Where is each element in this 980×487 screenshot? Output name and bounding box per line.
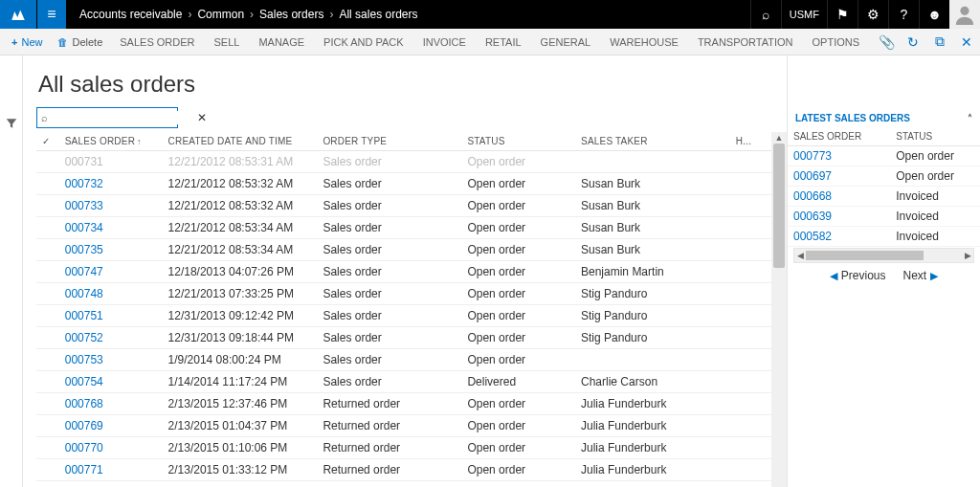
row-select-cell[interactable] — [36, 481, 59, 488]
breadcrumb-item[interactable]: Accounts receivable — [76, 8, 186, 21]
row-select-cell[interactable] — [36, 217, 59, 239]
list-item[interactable]: 000582Invoiced — [788, 227, 980, 247]
scrollbar-thumb[interactable] — [773, 144, 785, 268]
col-sales-taker[interactable]: SALES TAKER — [575, 132, 730, 151]
table-row[interactable]: 00073512/21/2012 08:53:34 AMSales orderO… — [36, 239, 771, 261]
sales-order-link[interactable]: 000768 — [59, 393, 163, 415]
sales-order-link[interactable]: 000733 — [59, 195, 163, 217]
row-select-cell[interactable] — [36, 327, 59, 349]
action-tab-invoice[interactable]: INVOICE — [413, 29, 476, 55]
table-row[interactable]: 0007702/13/2015 01:10:06 PMReturned orde… — [36, 437, 771, 459]
row-select-cell[interactable] — [36, 371, 59, 393]
filter-pane-button[interactable] — [5, 117, 18, 133]
table-row[interactable]: 0007712/13/2015 01:33:12 PMReturned orde… — [36, 459, 771, 481]
col-sales-order[interactable]: SALES ORDER — [59, 132, 163, 151]
breadcrumb-item[interactable]: Common — [193, 8, 248, 21]
row-select-cell[interactable] — [36, 261, 59, 283]
search-button[interactable]: ⌕ — [750, 0, 781, 29]
breadcrumb-item[interactable]: All sales orders — [335, 8, 421, 21]
col-created[interactable]: CREATED DATE AND TIME — [163, 132, 318, 151]
nav-menu-button[interactable]: ≡ — [37, 0, 66, 29]
sales-order-link[interactable]: 000772 — [59, 481, 163, 488]
action-tab-pick-and-pack[interactable]: PICK AND PACK — [314, 29, 413, 55]
sp-next-button[interactable]: Next▶ — [903, 269, 939, 282]
sp-order-link[interactable]: 000697 — [788, 166, 890, 187]
new-button[interactable]: +New — [4, 29, 50, 55]
flag-button[interactable]: ⚑ — [827, 0, 858, 29]
attach-button[interactable]: 📎 — [873, 29, 900, 55]
sp-col-status[interactable]: STATUS — [890, 127, 980, 146]
row-select-cell[interactable] — [36, 283, 59, 305]
row-select-cell[interactable] — [36, 393, 59, 415]
table-row[interactable]: 00073312/21/2012 08:53:32 AMSales orderO… — [36, 195, 771, 217]
action-tab-transportation[interactable]: TRANSPORTATION — [688, 29, 803, 55]
sidepanel-header[interactable]: LATEST SALES ORDERS ˄ — [788, 109, 980, 127]
user-avatar[interactable] — [949, 0, 980, 29]
row-select-cell[interactable] — [36, 239, 59, 261]
sales-order-link[interactable]: 000752 — [59, 327, 163, 349]
breadcrumb-item[interactable]: Sales orders — [256, 8, 327, 21]
sales-order-link[interactable]: 000732 — [59, 173, 163, 195]
sales-order-link[interactable]: 000769 — [59, 415, 163, 437]
sales-order-link[interactable]: 000751 — [59, 305, 163, 327]
grid-scrollbar[interactable]: ▲ ▼ — [771, 132, 787, 487]
col-status[interactable]: STATUS — [461, 132, 575, 151]
table-row[interactable]: 0007722/13/2015 01:36:04 PMReturned orde… — [36, 481, 771, 488]
app-logo[interactable] — [0, 0, 36, 29]
sales-order-link[interactable]: 000753 — [59, 349, 163, 371]
list-item[interactable]: 000668Invoiced — [788, 187, 980, 207]
select-all-column[interactable]: ✓ — [36, 132, 59, 151]
scrollbar-thumb[interactable] — [806, 251, 924, 260]
row-select-cell[interactable] — [36, 415, 59, 437]
row-select-cell[interactable] — [36, 437, 59, 459]
table-row[interactable]: 00073412/21/2012 08:53:34 AMSales orderO… — [36, 217, 771, 239]
sales-order-link[interactable]: 000735 — [59, 239, 163, 261]
sales-order-link[interactable]: 000734 — [59, 217, 163, 239]
table-row[interactable]: 0007531/9/2014 08:00:24 PMSales orderOpe… — [36, 349, 771, 371]
close-button[interactable]: ✕ — [953, 29, 980, 55]
sales-order-link[interactable]: 000771 — [59, 459, 163, 481]
sp-order-link[interactable]: 000668 — [788, 187, 890, 207]
row-select-cell[interactable] — [36, 195, 59, 217]
sales-order-link[interactable]: 000748 — [59, 283, 163, 305]
action-tab-sales-order[interactable]: SALES ORDER — [110, 29, 204, 55]
refresh-button[interactable]: ↻ — [900, 29, 926, 55]
action-tab-options[interactable]: OPTIONS — [803, 29, 870, 55]
action-tab-manage[interactable]: MANAGE — [249, 29, 314, 55]
table-row[interactable]: 00075212/31/2013 09:18:44 PMSales orderO… — [36, 327, 771, 349]
table-row[interactable]: 00074812/21/2013 07:33:25 PMSales orderO… — [36, 283, 771, 305]
col-overflow[interactable]: H... — [730, 132, 771, 151]
sales-order-link[interactable]: 000754 — [59, 371, 163, 393]
clear-filter-button[interactable]: ✕ — [195, 111, 209, 124]
sales-order-link[interactable]: 000731 — [59, 151, 163, 173]
table-row[interactable]: 00073112/21/2012 08:53:31 AMSales orderO… — [36, 151, 771, 173]
feedback-button[interactable]: ☻ — [919, 0, 949, 29]
col-order-type[interactable]: ORDER TYPE — [317, 132, 461, 151]
row-select-cell[interactable] — [36, 173, 59, 195]
action-tab-warehouse[interactable]: WAREHOUSE — [600, 29, 688, 55]
quick-filter-input[interactable] — [52, 111, 195, 124]
row-select-cell[interactable] — [36, 459, 59, 481]
sp-col-order[interactable]: SALES ORDER — [788, 127, 890, 146]
sp-previous-button[interactable]: ◀Previous — [830, 269, 886, 282]
sp-order-link[interactable]: 000582 — [788, 227, 890, 247]
table-row[interactable]: 00074712/18/2013 04:07:26 PMSales orderO… — [36, 261, 771, 283]
popout-button[interactable]: ⧉ — [926, 29, 953, 55]
list-item[interactable]: 000773Open order — [788, 146, 980, 166]
action-tab-sell[interactable]: SELL — [205, 29, 250, 55]
table-row[interactable]: 0007682/13/2015 12:37:46 PMReturned orde… — [36, 393, 771, 415]
table-row[interactable]: 0007692/13/2015 01:04:37 PMReturned orde… — [36, 415, 771, 437]
list-item[interactable]: 000639Invoiced — [788, 207, 980, 227]
list-item[interactable]: 000697Open order — [788, 166, 980, 187]
sales-order-link[interactable]: 000747 — [59, 261, 163, 283]
sp-order-link[interactable]: 000773 — [788, 146, 890, 166]
sp-order-link[interactable]: 000639 — [788, 207, 890, 227]
row-select-cell[interactable] — [36, 305, 59, 327]
action-tab-retail[interactable]: RETAIL — [476, 29, 531, 55]
delete-button[interactable]: 🗑Delete — [50, 29, 110, 55]
company-picker[interactable]: USMF — [781, 0, 827, 29]
sales-order-link[interactable]: 000770 — [59, 437, 163, 459]
settings-button[interactable]: ⚙ — [858, 0, 888, 29]
row-select-cell[interactable] — [36, 151, 59, 173]
sidepanel-hscroll[interactable]: ◀ ▶ — [793, 248, 974, 263]
